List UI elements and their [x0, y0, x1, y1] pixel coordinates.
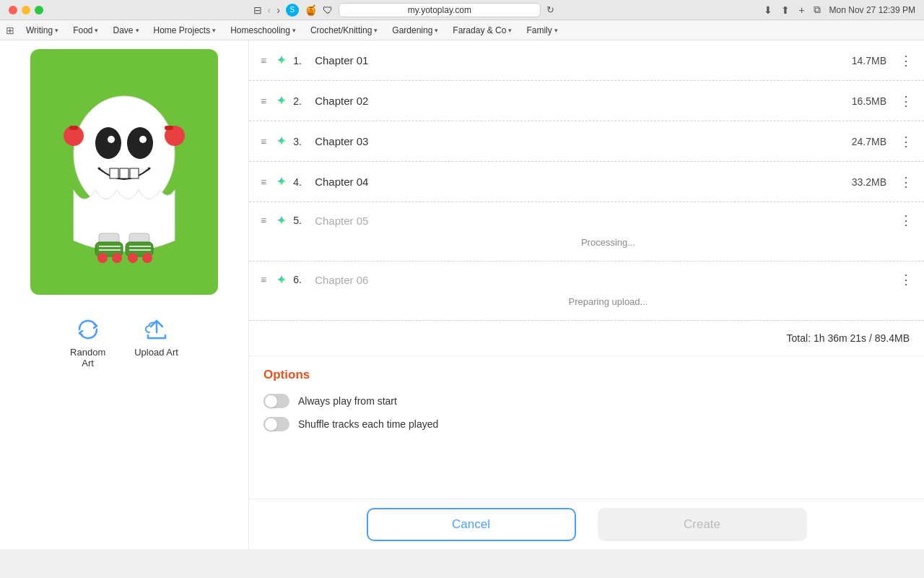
forward-icon[interactable]: ›	[276, 4, 280, 16]
more-options-icon[interactable]: ⋮	[899, 53, 912, 69]
options-section: Options Always play from start Shuffle t…	[249, 355, 924, 452]
traffic-lights	[9, 6, 43, 14]
artwork-container	[30, 49, 218, 295]
bookmark-family[interactable]: Family ▾	[520, 24, 563, 37]
chapter-row: ≡ ✦ 3. Chapter 03 24.7MB ⋮	[249, 121, 924, 162]
chapter-title: Chapter 02	[315, 95, 845, 107]
skype-icon: S	[286, 4, 299, 17]
bottom-bar: Cancel Create	[249, 499, 924, 549]
chapter-size: 14.7MB	[852, 55, 886, 66]
bookmark-homeschooling[interactable]: Homeschooling ▾	[225, 24, 302, 37]
bookmark-faraday[interactable]: Faraday & Co ▾	[447, 24, 518, 37]
bookmark-home-projects[interactable]: Home Projects ▾	[148, 24, 222, 37]
bookmark-writing[interactable]: Writing ▾	[20, 24, 64, 37]
chapter-size: 33.2MB	[852, 176, 886, 188]
bookmark-faraday-label: Faraday & Co	[453, 25, 506, 35]
chevron-down-icon: ▾	[508, 27, 512, 34]
drag-handle-icon[interactable]: ≡	[261, 176, 266, 188]
more-options-icon[interactable]: ⋮	[899, 272, 912, 288]
drag-handle-icon[interactable]: ≡	[261, 55, 266, 66]
chapter-processing-status: Processing...	[304, 236, 912, 251]
bookmark-family-label: Family	[526, 25, 552, 35]
random-art-button[interactable]: RandomArt	[70, 316, 105, 368]
bookmark-food-label: Food	[73, 25, 92, 35]
right-panel[interactable]: ≡ ✦ 1. Chapter 01 14.7MB ⋮ ≡ ✦ 2. Chapte…	[249, 40, 924, 549]
bookmark-home-projects-label: Home Projects	[154, 25, 211, 35]
tabs-icon[interactable]: ⧉	[814, 4, 821, 16]
add-chapter-icon[interactable]: ✦	[276, 214, 286, 228]
add-chapter-icon[interactable]: ✦	[276, 53, 286, 67]
chapter-title: Chapter 06	[315, 274, 892, 286]
always-play-toggle[interactable]	[263, 394, 289, 408]
cancel-button[interactable]: Cancel	[367, 508, 576, 541]
add-chapter-icon[interactable]: ✦	[276, 175, 286, 189]
chapter-title: Chapter 03	[315, 135, 845, 147]
drag-handle-icon[interactable]: ≡	[261, 95, 266, 107]
add-chapter-icon[interactable]: ✦	[276, 94, 286, 108]
drag-handle-icon[interactable]: ≡	[261, 136, 266, 147]
svg-rect-7	[130, 168, 139, 178]
sidebar-toggle-icon[interactable]: ⊟	[253, 4, 262, 16]
chevron-down-icon: ▾	[435, 27, 438, 34]
shuffle-toggle[interactable]	[263, 417, 289, 431]
total-row: Total: 1h 36m 21s / 89.4MB	[249, 321, 924, 355]
chapter-title: Chapter 04	[315, 176, 845, 188]
titlebar-right: ⬇ ⬆ + ⧉ Mon Nov 27 12:39 PM	[764, 4, 915, 16]
maximize-button[interactable]	[35, 6, 43, 14]
bookmark-food[interactable]: Food ▾	[67, 24, 104, 37]
svg-rect-10	[69, 126, 78, 130]
ghost-artwork	[52, 67, 196, 277]
more-options-icon[interactable]: ⋮	[899, 174, 912, 190]
minimize-button[interactable]	[22, 6, 30, 14]
svg-point-2	[127, 127, 153, 159]
more-options-icon[interactable]: ⋮	[899, 212, 912, 228]
chapter-list: ≡ ✦ 1. Chapter 01 14.7MB ⋮ ≡ ✦ 2. Chapte…	[249, 40, 924, 321]
upload-art-button[interactable]: Upload Art	[134, 316, 178, 368]
svg-rect-6	[120, 168, 128, 178]
add-chapter-icon[interactable]: ✦	[276, 134, 286, 148]
bookmark-dave[interactable]: Dave ▾	[107, 24, 144, 37]
chapter-upload-status: Preparing upload...	[304, 295, 912, 310]
download-icon[interactable]: ⬇	[764, 4, 772, 16]
grid-icon[interactable]: ⊞	[6, 25, 14, 36]
more-options-icon[interactable]: ⋮	[899, 93, 912, 109]
chapter-number: 6.	[293, 274, 308, 285]
chapter-size: 24.7MB	[852, 136, 886, 147]
more-options-icon[interactable]: ⋮	[899, 134, 912, 150]
chapter-number: 2.	[293, 95, 308, 107]
svg-rect-11	[165, 126, 173, 130]
chapter-row: ≡ ✦ 6. Chapter 06 ⋮ Preparing upload...	[249, 262, 924, 321]
back-icon[interactable]: ‹	[268, 4, 271, 16]
add-chapter-icon[interactable]: ✦	[276, 273, 286, 287]
chapter-title: Chapter 01	[315, 54, 845, 66]
chevron-down-icon: ▾	[554, 27, 558, 34]
svg-point-4	[139, 136, 147, 143]
bookmark-homeschooling-label: Homeschooling	[230, 25, 290, 35]
chevron-down-icon: ▾	[292, 27, 296, 34]
url-bar[interactable]: my.yotoplay.com	[339, 3, 541, 17]
bookmark-gardening[interactable]: Gardening ▾	[386, 24, 444, 37]
bookmark-crochet[interactable]: Crochet/Knitting ▾	[305, 24, 383, 37]
svg-point-19	[142, 253, 152, 263]
create-button[interactable]: Create	[598, 508, 807, 541]
options-title: Options	[263, 368, 910, 382]
chevron-down-icon: ▾	[95, 27, 98, 34]
option-shuffle: Shuffle tracks each time played	[263, 417, 910, 431]
refresh-icon[interactable]: ↻	[546, 4, 554, 15]
share-icon[interactable]: ⬆	[781, 4, 790, 16]
new-tab-icon[interactable]: +	[798, 4, 804, 16]
time: Mon Nov 27 12:39 PM	[829, 5, 915, 15]
chapter-number: 4.	[293, 176, 308, 188]
chapter-row: ≡ ✦ 5. Chapter 05 ⋮ Processing...	[249, 202, 924, 262]
shield-icon: 🛡	[323, 4, 333, 16]
drag-handle-icon[interactable]: ≡	[261, 215, 266, 226]
svg-point-3	[108, 136, 115, 143]
bookmark-crochet-label: Crochet/Knitting	[310, 25, 372, 35]
svg-point-18	[128, 253, 138, 263]
chapter-row: ≡ ✦ 1. Chapter 01 14.7MB ⋮	[249, 40, 924, 81]
svg-point-16	[97, 253, 108, 263]
honey-icon: 🍯	[305, 4, 317, 16]
close-button[interactable]	[9, 6, 17, 14]
bookmarks-bar: ⊞ Writing ▾ Food ▾ Dave ▾ Home Projects …	[0, 20, 924, 40]
drag-handle-icon[interactable]: ≡	[261, 274, 266, 285]
